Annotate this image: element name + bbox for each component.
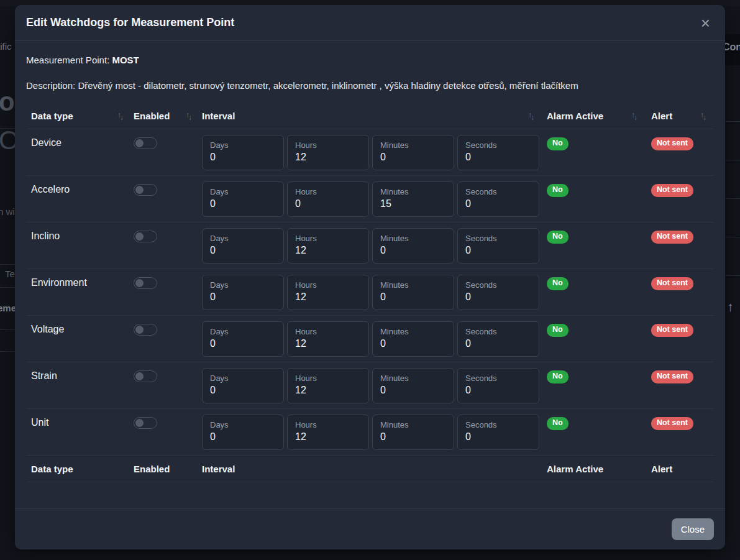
enabled-toggle[interactable] — [134, 277, 157, 289]
alarm-active-badge: No — [547, 324, 569, 337]
interval-minutes-value: 0 — [380, 338, 446, 349]
header-alert: Alert ↑↓ — [646, 111, 714, 121]
interval-minutes-value: 0 — [380, 245, 446, 256]
close-button[interactable]: Close — [672, 518, 714, 540]
interval-seconds-label: Seconds — [465, 280, 531, 290]
interval-seconds-input[interactable]: Seconds 0 — [457, 228, 539, 264]
interval-seconds-input[interactable]: Seconds 0 — [457, 415, 539, 450]
enabled-toggle[interactable] — [134, 231, 157, 242]
table-row: Strain Days 0 Hours 12 Minutes 0 — [26, 362, 714, 409]
alarm-active-badge: No — [547, 184, 569, 197]
interval-minutes-input[interactable]: Minutes 0 — [372, 415, 454, 450]
alert-badge: Not sent — [651, 184, 693, 197]
interval-hours-label: Hours — [295, 374, 361, 383]
footer-alarm-active: Alarm Active — [542, 464, 646, 474]
toggle-knob — [135, 372, 144, 380]
interval-hours-input[interactable]: Hours 12 — [287, 368, 369, 403]
data-type-label: Unit — [31, 409, 48, 428]
interval-seconds-input[interactable]: Seconds 0 — [457, 321, 539, 357]
table-row: Environment Days 0 Hours 12 Minutes 0 — [26, 269, 714, 316]
interval-group: Days 0 Hours 12 Minutes 0 Seconds 0 — [202, 223, 539, 264]
interval-seconds-input[interactable]: Seconds 0 — [457, 135, 539, 170]
interval-minutes-input[interactable]: Minutes 0 — [372, 135, 454, 170]
interval-hours-input[interactable]: Hours 12 — [287, 321, 369, 357]
interval-days-input[interactable]: Days 0 — [202, 415, 284, 450]
modal-body: Measurement Point: MOST Description: Dře… — [15, 41, 725, 508]
enabled-toggle[interactable] — [134, 137, 157, 149]
interval-hours-label: Hours — [295, 327, 361, 336]
sort-icon[interactable]: ↑↓ — [700, 112, 705, 121]
interval-seconds-value: 0 — [465, 245, 531, 256]
description-text: Dřevěný most - dilatometr, strunový tenz… — [78, 80, 578, 91]
sort-icon[interactable]: ↑↓ — [528, 112, 533, 121]
measurement-point-value: MOST — [112, 55, 139, 65]
interval-seconds-value: 0 — [465, 291, 531, 303]
interval-days-value: 0 — [210, 245, 276, 256]
interval-seconds-input[interactable]: Seconds 0 — [457, 368, 539, 403]
interval-minutes-label: Minutes — [380, 327, 446, 336]
sort-icon[interactable]: ↑↓ — [631, 112, 636, 121]
interval-minutes-value: 0 — [380, 291, 446, 303]
interval-hours-input[interactable]: Hours 0 — [287, 181, 369, 217]
interval-group: Days 0 Hours 12 Minutes 0 Seconds 0 — [202, 409, 539, 450]
interval-minutes-input[interactable]: Minutes 0 — [372, 275, 454, 310]
interval-days-label: Days — [210, 374, 276, 383]
interval-seconds-label: Seconds — [465, 420, 531, 429]
toggle-knob — [135, 186, 144, 194]
interval-minutes-label: Minutes — [380, 420, 446, 429]
interval-days-value: 0 — [210, 198, 276, 209]
enabled-toggle[interactable] — [134, 370, 157, 382]
alert-badge: Not sent — [651, 417, 693, 430]
interval-minutes-input[interactable]: Minutes 0 — [372, 321, 454, 357]
alert-badge: Not sent — [651, 370, 693, 383]
interval-days-input[interactable]: Days 0 — [202, 368, 284, 403]
sort-icon[interactable]: ↑↓ — [186, 112, 191, 121]
interval-hours-input[interactable]: Hours 12 — [287, 228, 369, 264]
interval-seconds-input[interactable]: Seconds 0 — [457, 181, 539, 217]
table-body: Device Days 0 Hours 12 Minutes 0 — [26, 129, 714, 456]
interval-minutes-input[interactable]: Minutes 0 — [372, 368, 454, 403]
interval-seconds-label: Seconds — [465, 374, 531, 383]
enabled-toggle[interactable] — [134, 324, 157, 336]
interval-seconds-value: 0 — [465, 338, 531, 349]
enabled-toggle[interactable] — [134, 184, 157, 196]
toggle-knob — [135, 279, 144, 287]
table-row: Voltage Days 0 Hours 12 Minutes 0 — [26, 316, 714, 362]
interval-days-label: Days — [210, 280, 276, 290]
interval-days-value: 0 — [210, 385, 276, 396]
table-header-row: Data type ↑↓ Enabled ↑↓ Interval ↑↓ Alar… — [26, 103, 714, 129]
data-type-label: Strain — [31, 362, 57, 382]
interval-hours-label: Hours — [295, 280, 361, 290]
interval-days-input[interactable]: Days 0 — [202, 228, 284, 264]
interval-hours-input[interactable]: Hours 12 — [287, 415, 369, 450]
sort-icon[interactable]: ↑↓ — [117, 112, 122, 121]
interval-days-input[interactable]: Days 0 — [202, 275, 284, 310]
interval-days-input[interactable]: Days 0 — [202, 321, 284, 357]
data-type-label: Voltage — [31, 316, 64, 335]
header-alarm-active: Alarm Active ↑↓ — [542, 111, 646, 121]
interval-hours-value: 12 — [295, 291, 361, 303]
interval-days-input[interactable]: Days 0 — [202, 181, 284, 217]
toggle-knob — [135, 139, 144, 147]
table-row: Unit Days 0 Hours 12 Minutes 0 Se — [26, 409, 714, 456]
interval-group: Days 0 Hours 12 Minutes 0 Seconds 0 — [202, 129, 539, 170]
data-type-label: Accelero — [31, 176, 70, 195]
data-type-label: Environment — [31, 269, 87, 288]
data-type-label: Inclino — [31, 223, 60, 242]
interval-days-input[interactable]: Days 0 — [202, 135, 284, 170]
interval-seconds-input[interactable]: Seconds 0 — [457, 275, 539, 310]
interval-days-label: Days — [210, 187, 276, 196]
toggle-knob — [135, 326, 144, 334]
close-icon[interactable]: × — [701, 15, 710, 31]
background-text-fragment: tific — [0, 41, 12, 52]
interval-minutes-input[interactable]: Minutes 15 — [372, 181, 454, 217]
enabled-toggle[interactable] — [134, 417, 157, 429]
table-row: Accelero Days 0 Hours 0 Minutes 15 — [26, 176, 714, 223]
interval-minutes-input[interactable]: Minutes 0 — [372, 228, 454, 264]
interval-hours-input[interactable]: Hours 12 — [287, 135, 369, 170]
interval-hours-input[interactable]: Hours 12 — [287, 275, 369, 310]
interval-minutes-value: 0 — [380, 152, 446, 163]
background-text-fragment: Con — [723, 42, 740, 53]
interval-hours-value: 12 — [295, 245, 361, 256]
interval-days-label: Days — [210, 140, 276, 150]
